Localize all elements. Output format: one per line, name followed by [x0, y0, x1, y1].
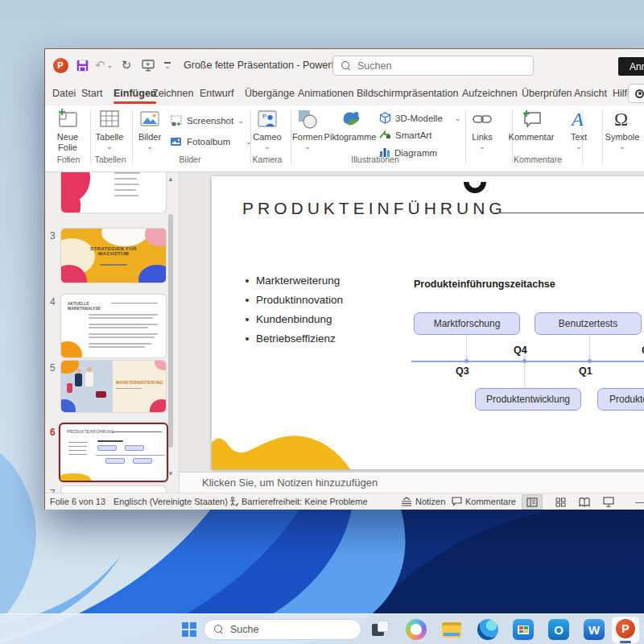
powerpoint-taskbar-icon-active[interactable]: P [612, 617, 639, 643]
tab-aufzeichnen[interactable]: Aufzeichnen [460, 81, 519, 105]
record-button[interactable]: A [628, 84, 644, 103]
pictures-button[interactable]: Bilder ⌄ [132, 108, 167, 149]
tab-ansicht[interactable]: Ansicht [572, 81, 609, 105]
links-button[interactable]: Links ⌄ [464, 108, 501, 149]
microsoft-store-icon[interactable] [513, 619, 534, 640]
edge-icon[interactable] [477, 619, 498, 640]
undo-icon: ↶⌄ [93, 56, 114, 74]
comment-button[interactable]: Kommentar [506, 108, 557, 142]
chevron-down-icon: ⌄ [455, 116, 461, 121]
slide-sorter-view-button[interactable] [550, 494, 571, 510]
outlook-icon[interactable]: O [548, 619, 569, 640]
figure-head [76, 369, 81, 374]
cameo-button[interactable]: P Cameo ⌄ [248, 108, 287, 149]
word-icon[interactable]: W [584, 619, 605, 640]
slideshow-icon [603, 497, 614, 507]
tab-bildschirmpraesentation[interactable]: Bildschirmpräsentation [355, 81, 460, 105]
tab-datei[interactable]: Datei [51, 81, 77, 105]
mini-timeline-box [105, 458, 125, 464]
desktop: P ↶⌄ ↻ ⌄ Große fette Präsentation - Powe… [0, 0, 644, 644]
task-view-icon[interactable] [370, 619, 391, 640]
screenshot-button[interactable]: Screenshot⌄ [170, 115, 244, 126]
slide-thumbnail-2[interactable] [61, 172, 166, 213]
timeline-box-produktentwicklung[interactable]: Produktentwicklung [475, 388, 581, 411]
bullet-list[interactable]: Markterweiterung Produktinnovation Kunde… [246, 271, 343, 349]
normal-view-button[interactable] [522, 494, 543, 510]
notes-pane[interactable]: Klicken Sie, um Notizen hinzuzufügen [180, 472, 644, 493]
thumbnail-title: PRODUKTEINFÜHRUNG [67, 430, 114, 434]
new-slide-button[interactable]: Neue Folie ⌄ [47, 108, 89, 159]
scroll-up-arrow[interactable]: ▲ [166, 175, 175, 183]
accessibility-icon [229, 497, 238, 506]
pictogram-icon [339, 108, 361, 130]
slide-title[interactable]: PRODUKTEINFÜHRUNG [242, 199, 506, 218]
picture-icon [138, 108, 161, 130]
slideshow-view-button[interactable] [598, 494, 619, 510]
decorative-blob [61, 399, 76, 412]
start-presentation-icon[interactable] [140, 56, 156, 74]
timeline-label-q1: Q1 [579, 365, 592, 377]
tab-start[interactable]: Start [80, 81, 104, 105]
file-explorer-icon[interactable] [441, 619, 462, 640]
timeline-connector [466, 336, 467, 361]
timeline-point [464, 359, 469, 363]
customize-qat-icon[interactable]: ⌄ [161, 56, 174, 74]
timeline-diagram[interactable]: Produkteinführungszeitachse Marktforschu… [414, 279, 644, 423]
tab-zeichnen[interactable]: Zeichnen [151, 81, 195, 105]
reading-view-button[interactable] [574, 494, 595, 510]
decorative-blob [61, 341, 82, 357]
slide-number: 4 [50, 296, 56, 308]
thumbnail-title: AKTUELLE MARKTANALYSE [68, 301, 103, 311]
scrollbar-thumb[interactable] [168, 214, 173, 448]
ribbon: Neue Folie ⌄ Folien Tabelle ⌄ Tabellen B… [45, 105, 644, 172]
powerpoint-logo-icon: P [52, 56, 69, 74]
text-button[interactable]: A Text ⌄ [560, 108, 597, 149]
timeline-box-marktforschung[interactable]: Marktforschung [414, 312, 520, 335]
search-input[interactable] [357, 60, 502, 72]
icons-button[interactable]: Piktogramme [325, 108, 375, 142]
slide-thumbnail-4[interactable]: AKTUELLE MARKTANALYSE [61, 295, 166, 357]
chevron-down-icon: ⌄ [304, 144, 311, 149]
current-slide-canvas[interactable]: PRODUKTEINFÜHRUNG Markterweiterung Produ… [212, 176, 644, 469]
start-button[interactable] [179, 619, 200, 640]
3d-models-button[interactable]: 3D-Modelle⌄ [379, 112, 460, 124]
group-label-tabellen: Tabellen [92, 155, 129, 164]
3d-cube-icon [379, 112, 391, 124]
slide-thumbnail-6-selected[interactable]: PRODUKTEINFÜHRUNG [59, 423, 168, 482]
zoom-out-button[interactable]: — [635, 497, 644, 506]
shapes-button[interactable]: Formen ⌄ [289, 108, 326, 149]
timeline-box-produkteinfuehrung[interactable]: Produkteinführung [597, 388, 644, 411]
yellow-wave-shape [212, 430, 373, 469]
timeline-heading: Produkteinführungszeitachse [414, 279, 555, 290]
comments-toggle[interactable]: Kommentare [452, 497, 516, 506]
tab-entwurf[interactable]: Entwurf [198, 81, 235, 105]
save-icon[interactable] [74, 56, 90, 74]
slide-indicator: Folie 6 von 13 [50, 497, 105, 506]
tab-ueberpruefen[interactable]: Überprüfen [520, 81, 574, 105]
figure [85, 372, 93, 386]
table-button[interactable]: Tabelle ⌄ [90, 108, 129, 149]
language-indicator[interactable]: Englisch (Vereinigte Staaten) [114, 497, 228, 506]
slide-editor-area: PRODUKTEINFÜHRUNG Markterweiterung Produ… [180, 172, 644, 472]
tab-animationen[interactable]: Animationen [296, 81, 356, 105]
notes-toggle[interactable]: Notizen [401, 497, 445, 506]
thumbnail-title: STRATEGIEN FÜR WACHSTUM [81, 246, 146, 256]
photo-album-button[interactable]: Fotoalbum⌄ [170, 136, 252, 147]
copilot-icon[interactable] [406, 619, 427, 640]
timeline-box-benutzertests[interactable]: Benutzertests [535, 312, 642, 335]
symbols-button[interactable]: Ω Symbole ⌄ [601, 108, 644, 149]
accessibility-status[interactable]: Barrierefreiheit: Keine Probleme [229, 497, 368, 506]
ribbon-search-box[interactable] [332, 56, 534, 76]
slide-thumbnail-5[interactable]: MARKTERWEITERUNG [61, 361, 166, 412]
crescent-shape [463, 181, 487, 194]
taskbar-search[interactable]: Suche [204, 619, 361, 640]
redo-icon[interactable]: ↻ [119, 56, 134, 74]
tab-uebergaenge[interactable]: Übergänge [243, 81, 296, 105]
slide-thumbnail-7[interactable] [61, 486, 166, 493]
bullet-icon [246, 279, 249, 283]
slide-thumbnail-3[interactable]: STRATEGIEN FÜR WACHSTUM [61, 229, 166, 283]
smartart-button[interactable]: SmartArt [379, 130, 431, 140]
sign-in-button[interactable]: Anme [618, 57, 644, 76]
decorative-blob [145, 229, 166, 246]
scroll-down-arrow[interactable]: ▼ [166, 470, 175, 477]
